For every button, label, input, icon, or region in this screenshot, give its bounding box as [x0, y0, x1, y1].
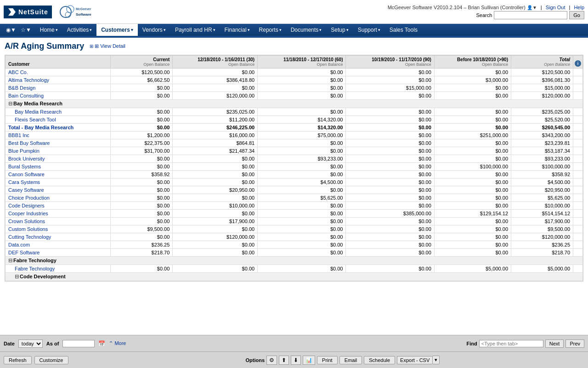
nav-sales-tools[interactable]: Sales Tools — [385, 24, 422, 36]
print-button[interactable]: Print — [317, 356, 338, 364]
help-link[interactable]: Help — [574, 5, 584, 10]
nav-payroll[interactable]: Payroll and HR▾ — [170, 24, 220, 36]
row-name-link[interactable]: DEF Software — [8, 250, 40, 255]
cell-value: $3,000.00 — [434, 76, 511, 84]
home-circle-icon[interactable]: ◉▼ — [5, 27, 17, 33]
date-select[interactable]: today — [18, 339, 43, 348]
export-dropdown[interactable]: ▾ — [432, 356, 440, 364]
row-name-link[interactable]: Cara Systems — [8, 179, 40, 185]
cell-value: $0.00 — [111, 108, 173, 116]
cell-empty — [573, 241, 583, 249]
nav-documents[interactable]: Documents▾ — [286, 24, 327, 36]
cell-value: $0.00 — [173, 84, 258, 92]
nav-customers[interactable]: Customers▾ — [96, 24, 138, 36]
cell-value: $22,375.00 — [111, 139, 173, 147]
row-name-link[interactable]: Blue Pumpkin — [8, 148, 40, 154]
cell-value: $100,000.00 — [434, 163, 511, 171]
options-icon-1[interactable]: ⚙ — [266, 356, 277, 365]
find-input[interactable] — [479, 340, 543, 347]
next-button[interactable]: Next — [545, 339, 564, 348]
search-input[interactable] — [494, 11, 567, 19]
row-name-link[interactable]: ABC Co. — [8, 69, 28, 75]
cell-value: $9,500.00 — [511, 225, 573, 233]
row-name-link[interactable]: Bain Consulting — [8, 93, 44, 98]
favorites-icon[interactable]: ☆▼ — [19, 27, 33, 33]
main-content: A/R Aging Summary ⊞ View Detail Customer… — [0, 38, 588, 335]
nav-home[interactable]: Home▾ — [35, 24, 62, 36]
cell-value: $251,000.00 — [434, 132, 511, 139]
row-name-link[interactable]: Bay Media Research — [15, 109, 62, 115]
prev-button[interactable]: Prev — [565, 339, 584, 348]
row-name-link[interactable]: Brock University — [8, 156, 45, 161]
download-icon[interactable]: ⬇ — [291, 356, 301, 365]
cell-value: $0.00 — [111, 163, 173, 171]
table-row: Bural Systems$0.00$0.00$0.00$0.00$100,00… — [6, 163, 583, 171]
email-button[interactable]: Email — [339, 356, 362, 364]
as-of-input[interactable]: 1/17/2011 — [62, 340, 95, 347]
nav-financial[interactable]: Financial▾ — [220, 24, 254, 36]
chart-icon[interactable]: 📊 — [303, 356, 315, 365]
options-label: Options — [246, 357, 265, 363]
nav-setup[interactable]: Setup▾ — [326, 24, 353, 36]
go-button[interactable]: Go — [569, 11, 584, 19]
cell-value: $0.00 — [434, 233, 511, 241]
nav-activities[interactable]: Activities▾ — [62, 24, 96, 36]
view-detail-link[interactable]: ⊞ View Detail — [90, 43, 125, 49]
table-row: Code Designers$0.00$10,000.00$0.00$0.00$… — [6, 202, 583, 210]
cell-name: Code Designers — [6, 202, 111, 210]
table-row: Altima Technology$6,662.50$386,418.80$0.… — [6, 76, 583, 84]
table-scroll[interactable]: Customer Current Open Balance 12/18/2010… — [5, 55, 583, 282]
cell-value: $10,000.00 — [511, 202, 573, 210]
table-row: Cutting Technology$0.00$120,000.00$0.00$… — [6, 233, 583, 241]
row-name-link[interactable]: Canon Software — [8, 172, 45, 177]
row-name-link[interactable]: Altima Technology — [8, 77, 49, 83]
table-row: Casey Software$0.00$20,950.00$0.00$0.00$… — [6, 186, 583, 194]
refresh-button[interactable]: Refresh — [4, 356, 32, 364]
table-row: Blue Pumpkin$31,700.00$21,487.34$0.00$0.… — [6, 147, 583, 155]
cell-name: Total - Bay Media Research — [6, 124, 111, 132]
export-csv-button[interactable]: Export - CSV — [397, 356, 432, 364]
row-name-link[interactable]: Code Designers — [8, 203, 45, 208]
cell-value: $0.00 — [346, 194, 434, 202]
cell-value: $0.00 — [346, 218, 434, 225]
report-title: A/R Aging Summary — [5, 41, 84, 51]
row-name-link[interactable]: Choice Production — [8, 195, 50, 201]
customize-button[interactable]: Customize — [34, 356, 68, 364]
row-name-link[interactable]: Custom Solutions — [8, 226, 48, 232]
cell-empty — [573, 233, 583, 241]
upload-icon[interactable]: ⬆ — [279, 356, 289, 365]
cell-value: $0.00 — [346, 92, 434, 100]
row-name-link[interactable]: Casey Software — [8, 187, 44, 193]
calendar-icon[interactable]: 📅 — [98, 340, 105, 347]
date-label: Date — [4, 341, 15, 346]
cell-name: Cooper Industries — [6, 210, 111, 218]
row-name-link[interactable]: BBB1 Inc — [8, 132, 29, 138]
cell-value: $0.00 — [258, 76, 346, 84]
row-name-link[interactable]: B&B Design — [8, 85, 35, 91]
row-name-link[interactable]: Total - Bay Media Research — [8, 125, 74, 130]
row-name-link[interactable]: Fabre Technology — [15, 266, 55, 271]
cell-empty — [573, 147, 583, 155]
cell-value: $14,320.00 — [258, 124, 346, 132]
sign-out-link[interactable]: Sign Out — [546, 5, 565, 10]
netsuite-title: NetSuite — [18, 8, 48, 16]
row-name-link[interactable]: Crown Solutions — [8, 218, 45, 224]
cell-value: $236.25 — [511, 241, 573, 249]
cell-value: $0.00 — [258, 249, 346, 257]
row-name-link[interactable]: Flexis Search Tool — [15, 117, 56, 122]
row-name-link[interactable]: Data.com — [8, 242, 30, 247]
row-name-link[interactable]: Best Buy Software — [8, 140, 50, 146]
cell-value: $0.00 — [346, 171, 434, 178]
more-button[interactable]: ⌃ More — [109, 340, 126, 346]
col-60: 11/18/2010 - 12/17/2010 (60) Open Balanc… — [258, 56, 346, 69]
cell-value: $0.00 — [346, 163, 434, 171]
row-name-link[interactable]: Bural Systems — [8, 164, 41, 169]
nav-support[interactable]: Support▾ — [353, 24, 385, 36]
row-name-link[interactable]: Cutting Technology — [8, 234, 51, 240]
row-name-link[interactable]: Cooper Industries — [8, 211, 48, 216]
schedule-button[interactable]: Schedule — [364, 356, 395, 364]
nav-vendors[interactable]: Vendors▾ — [138, 24, 170, 36]
cell-name: Bural Systems — [6, 163, 111, 171]
cell-value: $0.00 — [434, 69, 511, 76]
nav-reports[interactable]: Reports▾ — [254, 24, 286, 36]
